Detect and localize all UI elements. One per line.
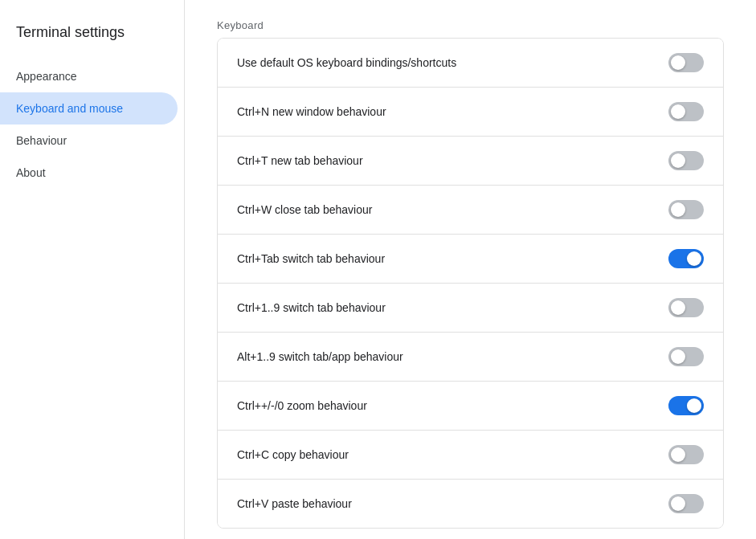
- setting-label-default-os-bindings: Use default OS keyboard bindings/shortcu…: [237, 56, 456, 69]
- sidebar-item-appearance[interactable]: Appearance: [0, 60, 178, 92]
- toggle-thumb-default-os-bindings: [671, 55, 685, 70]
- setting-row-ctrl-n-new-window: Ctrl+N new window behaviour: [218, 88, 723, 137]
- setting-row-ctrl-c-copy: Ctrl+C copy behaviour: [218, 431, 723, 480]
- setting-label-ctrl-zoom: Ctrl++/-/0 zoom behaviour: [237, 399, 367, 412]
- setting-label-ctrl-w-close-tab: Ctrl+W close tab behaviour: [237, 203, 372, 216]
- toggle-ctrl-t-new-tab[interactable]: [668, 151, 704, 170]
- setting-label-ctrl-tab-switch: Ctrl+Tab switch tab behaviour: [237, 252, 385, 265]
- toggle-thumb-ctrl-n-new-window: [671, 104, 685, 119]
- sidebar: Terminal settings AppearanceKeyboard and…: [0, 0, 185, 539]
- toggle-ctrl-tab-switch[interactable]: [668, 249, 704, 268]
- setting-label-alt-1-9-switch: Alt+1..9 switch tab/app behaviour: [237, 350, 403, 363]
- sidebar-item-behaviour[interactable]: Behaviour: [0, 125, 178, 157]
- setting-row-ctrl-v-paste: Ctrl+V paste behaviour: [218, 480, 723, 528]
- toggle-thumb-ctrl-c-copy: [671, 447, 685, 462]
- toggle-default-os-bindings[interactable]: [668, 53, 704, 72]
- setting-row-ctrl-tab-switch: Ctrl+Tab switch tab behaviour: [218, 235, 723, 284]
- toggle-thumb-ctrl-w-close-tab: [671, 202, 685, 217]
- toggle-ctrl-n-new-window[interactable]: [668, 102, 704, 121]
- toggle-ctrl-1-9-switch[interactable]: [668, 298, 704, 317]
- toggle-thumb-ctrl-zoom: [687, 398, 701, 413]
- toggle-alt-1-9-switch[interactable]: [668, 347, 704, 366]
- sidebar-item-keyboard-and-mouse[interactable]: Keyboard and mouse: [0, 92, 178, 125]
- toggle-ctrl-c-copy[interactable]: [668, 445, 704, 464]
- toggle-thumb-ctrl-tab-switch: [687, 251, 701, 266]
- toggle-ctrl-w-close-tab[interactable]: [668, 200, 704, 219]
- main-content: Keyboard Use default OS keyboard binding…: [185, 0, 756, 539]
- toggle-thumb-ctrl-t-new-tab: [671, 153, 685, 168]
- setting-row-ctrl-1-9-switch: Ctrl+1..9 switch tab behaviour: [218, 284, 723, 333]
- toggle-ctrl-v-paste[interactable]: [668, 494, 704, 513]
- toggle-thumb-alt-1-9-switch: [671, 349, 685, 364]
- settings-list: Use default OS keyboard bindings/shortcu…: [217, 38, 724, 529]
- setting-label-ctrl-1-9-switch: Ctrl+1..9 switch tab behaviour: [237, 301, 386, 314]
- setting-row-alt-1-9-switch: Alt+1..9 switch tab/app behaviour: [218, 333, 723, 382]
- section-title: Keyboard: [217, 19, 724, 31]
- toggle-ctrl-zoom[interactable]: [668, 396, 704, 415]
- toggle-thumb-ctrl-v-paste: [671, 496, 685, 511]
- setting-label-ctrl-n-new-window: Ctrl+N new window behaviour: [237, 105, 386, 118]
- sidebar-item-about[interactable]: About: [0, 157, 178, 189]
- setting-row-ctrl-t-new-tab: Ctrl+T new tab behaviour: [218, 137, 723, 186]
- toggle-thumb-ctrl-1-9-switch: [671, 300, 685, 315]
- app-title: Terminal settings: [0, 16, 184, 60]
- setting-row-default-os-bindings: Use default OS keyboard bindings/shortcu…: [218, 39, 723, 88]
- setting-label-ctrl-v-paste: Ctrl+V paste behaviour: [237, 497, 352, 510]
- setting-label-ctrl-t-new-tab: Ctrl+T new tab behaviour: [237, 154, 363, 167]
- setting-row-ctrl-w-close-tab: Ctrl+W close tab behaviour: [218, 186, 723, 235]
- setting-label-ctrl-c-copy: Ctrl+C copy behaviour: [237, 448, 349, 461]
- setting-row-ctrl-zoom: Ctrl++/-/0 zoom behaviour: [218, 382, 723, 431]
